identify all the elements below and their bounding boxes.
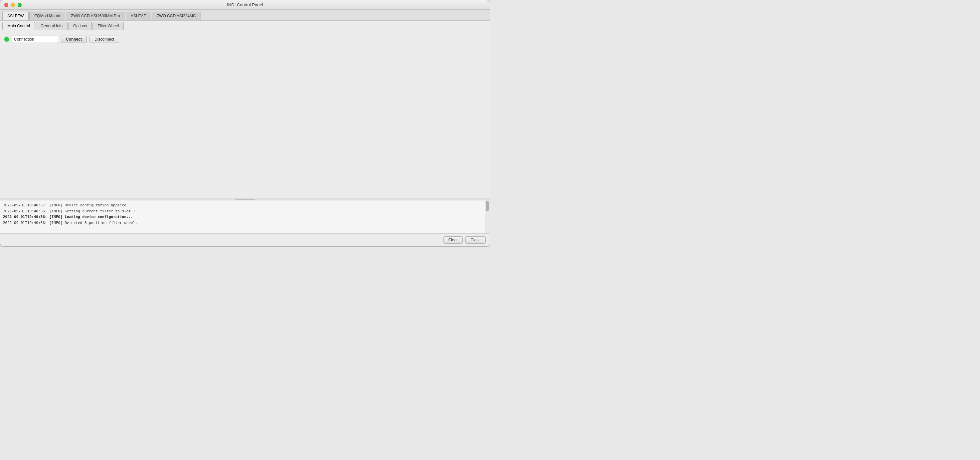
section-tabs: Main Control General Info Options Filter… xyxy=(0,21,490,30)
tab-options[interactable]: Options xyxy=(68,22,92,30)
maximize-button[interactable] xyxy=(18,3,22,7)
log-area[interactable]: 2021-09-01T19:40:37: [INFO] Device confi… xyxy=(0,200,490,233)
main-window: INDI Control Panel ASI EFW EQMod Mount Z… xyxy=(0,0,490,247)
device-tab-asi-efw[interactable]: ASI EFW xyxy=(2,12,29,20)
connection-label-input[interactable] xyxy=(12,36,58,43)
connection-row: Connect Disconnect xyxy=(4,36,486,43)
minimize-button[interactable] xyxy=(11,3,15,7)
log-scrollbar-track[interactable] xyxy=(485,200,490,233)
window-title: INDI Control Panel xyxy=(227,2,263,7)
bottom-bar: Clear Close xyxy=(0,233,490,246)
device-tab-asi-eaf[interactable]: ASI EAF xyxy=(126,12,151,20)
device-tabs: ASI EFW EQMod Mount ZWO CCD ASI1600MM Pr… xyxy=(0,10,490,21)
close-button[interactable] xyxy=(4,3,8,7)
log-line-4: 2021-09-01T19:40:36: [INFO] Detected 8-p… xyxy=(3,220,487,226)
device-tab-zwo-ccd-asi1600mm-pro[interactable]: ZWO CCD ASI1600MM Pro xyxy=(66,12,125,20)
close-window-button[interactable]: Close xyxy=(465,236,486,244)
log-line-1: 2021-09-01T19:40:37: [INFO] Device confi… xyxy=(3,202,487,208)
tab-filter-wheel[interactable]: Filter Wheel xyxy=(92,22,124,30)
divider-grip xyxy=(235,199,255,200)
traffic-lights xyxy=(4,3,22,7)
connect-button[interactable]: Connect xyxy=(61,36,87,43)
main-content: Connect Disconnect xyxy=(0,30,490,198)
connection-status-indicator xyxy=(4,37,9,42)
log-scrollbar-thumb[interactable] xyxy=(486,201,489,211)
device-tab-eqmod-mount[interactable]: EQMod Mount xyxy=(29,12,65,20)
device-tab-zwo-ccd-asi224mc[interactable]: ZWO CCD ASI224MC xyxy=(152,12,201,20)
disconnect-button[interactable]: Disconnect xyxy=(89,36,119,43)
tab-general-info[interactable]: General Info xyxy=(36,22,68,30)
clear-button[interactable]: Clear xyxy=(444,236,463,244)
log-line-2: 2021-09-01T19:40:36: [INFO] Setting curr… xyxy=(3,208,487,214)
title-bar: INDI Control Panel xyxy=(0,0,490,10)
tab-main-control[interactable]: Main Control xyxy=(2,22,35,30)
log-line-3: 2021-09-01T19:40:36: [INFO] Loading devi… xyxy=(3,214,487,220)
